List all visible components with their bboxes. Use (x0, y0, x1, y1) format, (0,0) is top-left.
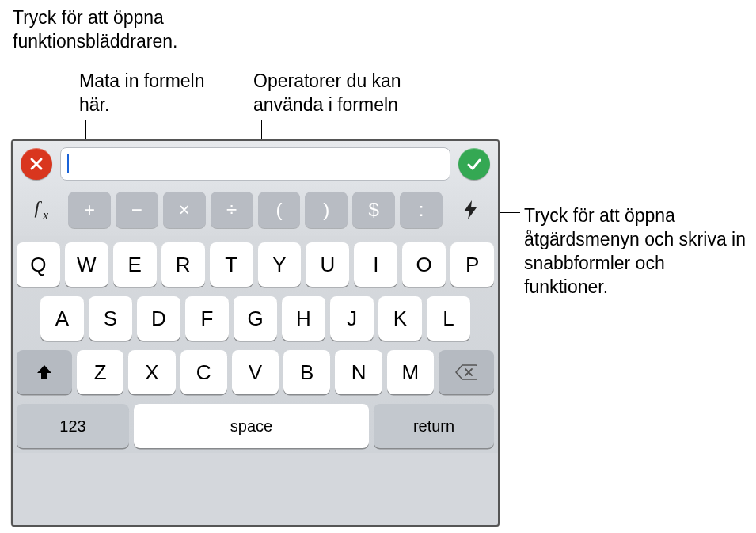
key-q[interactable]: Q (17, 242, 60, 287)
keyboard-row-bottom: 123 space return (17, 404, 494, 448)
key-d[interactable]: D (137, 296, 180, 341)
cancel-button[interactable] (21, 148, 52, 180)
quick-formula-button[interactable] (447, 192, 493, 228)
callout-fx: Tryck för att öppna funktionsbläddraren. (13, 6, 218, 54)
keyboard-row-1: Q W E R T Y U I O P (17, 242, 494, 287)
key-b[interactable]: B (283, 350, 330, 394)
callout-formula: Mata in formeln här. (79, 70, 222, 117)
numeric-key[interactable]: 123 (17, 404, 129, 448)
return-key[interactable]: return (374, 404, 494, 448)
bolt-icon (461, 200, 480, 220)
key-t[interactable]: T (210, 242, 253, 287)
key-u[interactable]: U (306, 242, 349, 287)
keyboard-row-3: Z X C V B N M (17, 350, 494, 394)
operator-multiply[interactable]: × (163, 192, 206, 228)
key-z[interactable]: Z (77, 350, 123, 394)
key-w[interactable]: W (65, 242, 108, 287)
check-icon (466, 156, 482, 172)
key-p[interactable]: P (450, 242, 494, 287)
callout-operators: Operatorer du kan använda i formeln (253, 70, 435, 117)
operator-dollar[interactable]: $ (352, 192, 395, 228)
shift-key[interactable] (17, 350, 72, 394)
key-h[interactable]: H (282, 296, 325, 341)
key-a[interactable]: A (40, 296, 84, 341)
key-l[interactable]: L (427, 296, 470, 341)
accept-button[interactable] (458, 148, 490, 180)
key-e[interactable]: E (113, 242, 157, 287)
key-f[interactable]: F (185, 296, 229, 341)
backspace-icon (455, 364, 477, 381)
formula-keyboard-panel: ƒx + − × ÷ ( ) $ : Q W E R T Y U I O P A… (11, 139, 500, 527)
formula-bar (13, 141, 498, 187)
fx-icon: ƒx (32, 196, 48, 223)
key-k[interactable]: K (378, 296, 422, 341)
key-m[interactable]: M (387, 350, 434, 394)
operator-colon[interactable]: : (400, 192, 443, 228)
keyboard: Q W E R T Y U I O P A S D F G H J K L Z (13, 236, 498, 453)
keyboard-row-2: A S D F G H J K L (17, 296, 494, 341)
key-r[interactable]: R (161, 242, 205, 287)
shift-icon (35, 363, 54, 382)
callout-bolt: Tryck för att öppna åtgärdsmenyn och skr… (524, 204, 746, 299)
key-x[interactable]: X (128, 350, 175, 394)
close-icon (28, 156, 44, 172)
operator-minus[interactable]: − (116, 192, 158, 228)
operator-paren-open[interactable]: ( (258, 192, 301, 228)
operator-plus[interactable]: + (68, 192, 111, 228)
key-v[interactable]: V (232, 350, 279, 394)
key-s[interactable]: S (89, 296, 132, 341)
backspace-key[interactable] (439, 350, 494, 394)
key-i[interactable]: I (354, 242, 397, 287)
function-browser-button[interactable]: ƒx (17, 192, 63, 228)
key-j[interactable]: J (330, 296, 374, 341)
key-c[interactable]: C (180, 350, 227, 394)
operator-row: ƒx + − × ÷ ( ) $ : (13, 187, 498, 236)
key-o[interactable]: O (402, 242, 446, 287)
operator-paren-close[interactable]: ) (305, 192, 348, 228)
space-key[interactable]: space (134, 404, 369, 448)
key-g[interactable]: G (234, 296, 277, 341)
formula-input[interactable] (60, 147, 450, 181)
operator-divide[interactable]: ÷ (211, 192, 253, 228)
key-y[interactable]: Y (258, 242, 302, 287)
key-n[interactable]: N (335, 350, 382, 394)
